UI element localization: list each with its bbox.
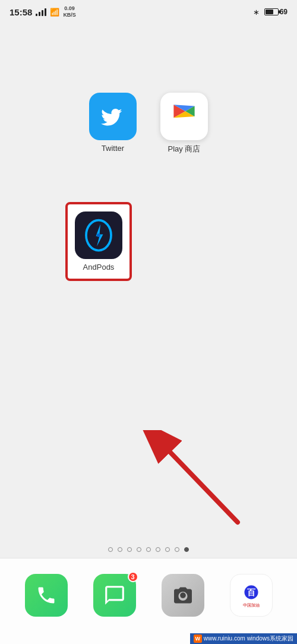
- svg-point-6: [97, 233, 100, 237]
- play-store-app[interactable]: Play 商店: [160, 93, 208, 154]
- signal-icon: [36, 8, 46, 16]
- andpods-section: AndPods: [0, 154, 297, 281]
- play-store-icon: [160, 93, 208, 140]
- camera-app[interactable]: [162, 574, 204, 617]
- page-dot-8: [184, 547, 189, 552]
- play-store-label: Play 商店: [168, 144, 201, 154]
- twitter-app[interactable]: Twitter: [89, 93, 137, 154]
- messages-badge: 3: [128, 572, 138, 582]
- watermark-text: www.ruiniu.com windows系统家园: [204, 634, 293, 643]
- battery-fill: [266, 10, 274, 14]
- page-dot-6: [165, 547, 170, 552]
- twitter-label: Twitter: [102, 144, 124, 153]
- page-dot-2: [127, 547, 132, 552]
- status-time: 15:58: [10, 7, 32, 17]
- andpods-highlight-box: AndPods: [65, 202, 132, 281]
- phone-app[interactable]: [25, 574, 68, 617]
- baidu-app[interactable]: 百 中国加油: [230, 574, 273, 617]
- andpods-label: AndPods: [83, 263, 115, 272]
- status-right: ∗ 69: [253, 8, 287, 17]
- bluetooth-icon: ∗: [253, 8, 260, 17]
- page-dot-3: [137, 547, 141, 552]
- home-screen: Twitter Play 商店: [0, 21, 297, 644]
- page-indicators: [0, 547, 297, 552]
- status-left: 15:58 📶 0.09 KB/S: [10, 5, 76, 18]
- dock: 3 百 中国加油: [0, 558, 297, 644]
- battery-percent: 69: [280, 8, 287, 16]
- page-dot-7: [175, 547, 179, 552]
- twitter-icon: [89, 93, 137, 140]
- page-dot-5: [156, 547, 160, 552]
- messages-app[interactable]: 3: [93, 574, 136, 617]
- arrow-annotation: [143, 430, 249, 525]
- svg-text:百: 百: [247, 588, 256, 597]
- page-dot-4: [146, 547, 151, 552]
- wifi-icon: 📶: [50, 8, 59, 17]
- battery-indicator: 69: [264, 8, 287, 16]
- svg-text:中国加油: 中国加油: [243, 603, 260, 607]
- page-dot-1: [118, 547, 122, 552]
- andpods-app[interactable]: AndPods: [75, 211, 122, 272]
- svg-line-8: [160, 442, 238, 522]
- status-bar: 15:58 📶 0.09 KB/S ∗ 69: [0, 0, 297, 21]
- watermark: W www.ruiniu.com windows系统家园: [190, 633, 297, 644]
- battery-icon: [264, 8, 279, 15]
- page-dot-0: [108, 547, 113, 552]
- watermark-icon: W: [194, 634, 202, 643]
- data-speed: 0.09 KB/S: [63, 5, 76, 18]
- apps-row: Twitter Play 商店: [0, 21, 297, 154]
- andpods-icon: [75, 211, 122, 259]
